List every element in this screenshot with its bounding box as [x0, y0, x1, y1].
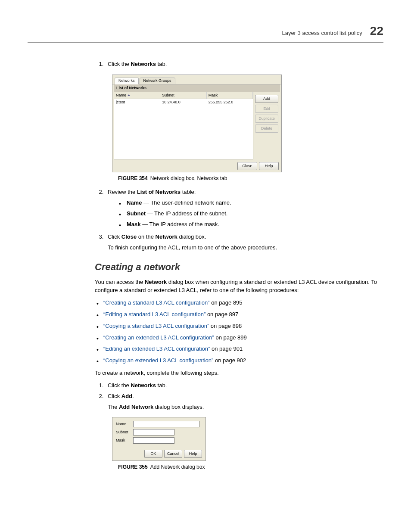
row-subnet: Subnet — [116, 429, 202, 436]
ok-button[interactable]: OK — [144, 450, 162, 458]
chapter-number: 22 — [370, 25, 383, 37]
step-3: Click Close on the Network dialog box. T… — [105, 233, 383, 252]
help-button[interactable]: Help — [259, 162, 279, 170]
delete-button: Delete — [255, 124, 278, 133]
link-item-5: “Copying an extended L3 ACL configuratio… — [95, 357, 383, 365]
sort-asc-icon — [128, 94, 130, 96]
figure-355-caption: FIGURE 355Add Network dialog box — [118, 464, 383, 471]
steps-create: Click the Networks tab. Click Add. The A… — [95, 382, 383, 411]
table-header: Name Subnet Mask — [114, 92, 253, 99]
running-title: Layer 3 access control list policy — [282, 30, 362, 36]
button-column: Add Edit Duplicate Delete — [253, 92, 280, 159]
figure-354: Networks Network Groups List of Networks… — [112, 75, 282, 172]
row-name: Name — [116, 421, 202, 427]
list-subhead: List of Networks — [114, 84, 280, 92]
step-2: Review the List of Networks table: Name … — [105, 188, 383, 228]
bullet-subnet: Subnet — The IP address of the subnet. — [119, 210, 383, 218]
network-dialog: Networks Network Groups List of Networks… — [112, 75, 282, 172]
mask-field[interactable] — [133, 437, 174, 444]
running-head: Layer 3 access control list policy 22 — [282, 25, 383, 37]
link-item-1: “Editing a standard L3 ACL configuration… — [95, 311, 383, 319]
col-subnet[interactable]: Subnet — [160, 92, 206, 99]
bullet-mask: Mask — The IP address of the mask. — [119, 221, 383, 229]
link-1[interactable]: “Editing a standard L3 ACL configuration… — [103, 311, 206, 317]
lead-2: To create a network, complete the follow… — [95, 369, 383, 377]
name-field[interactable] — [133, 421, 199, 427]
bullet-name: Name — The user-defined network name. — [119, 199, 383, 207]
subnet-field[interactable] — [133, 429, 174, 436]
help-button[interactable]: Help — [184, 450, 202, 458]
dialog-footer: Close Help — [112, 159, 281, 170]
label-name: Name — [116, 421, 131, 427]
label-mask: Mask — [116, 438, 131, 443]
tab-network-groups[interactable]: Network Groups — [140, 78, 175, 84]
link-3[interactable]: “Creating an extended L3 ACL configurati… — [103, 334, 214, 341]
create-step-2: Click Add. The Add Network dialog box di… — [105, 392, 383, 411]
edit-button: Edit — [255, 105, 278, 113]
steps-top-continued: Review the List of Networks table: Name … — [95, 188, 383, 252]
link-5[interactable]: “Copying an extended L3 ACL configuratio… — [103, 357, 213, 364]
table-row[interactable]: jctest 10.24.48.0 255.255.252.0 — [114, 99, 253, 106]
cell-subnet: 10.24.48.0 — [160, 99, 206, 106]
header-rule — [28, 42, 383, 43]
page: Layer 3 access control list policy 22 Cl… — [0, 0, 411, 532]
link-0[interactable]: “Creating a standard L3 ACL configuratio… — [103, 299, 210, 306]
link-item-2: “Copying a standard L3 ACL configuration… — [95, 322, 383, 330]
add-button[interactable]: Add — [255, 95, 278, 103]
create-step-1: Click the Networks tab. — [105, 382, 383, 390]
link-item-0: “Creating a standard L3 ACL configuratio… — [95, 299, 383, 307]
add-network-dialog: Name Subnet Mask OK Cancel Help — [112, 417, 206, 461]
figure-354-caption: FIGURE 354Network dialog box, Networks t… — [118, 175, 383, 182]
step-1: Click the Networks tab. — [105, 60, 383, 68]
steps-top: Click the Networks tab. — [95, 60, 383, 68]
link-item-4: “Editing an extended L3 ACL configuratio… — [95, 345, 383, 353]
section-heading: Creating a network — [95, 260, 383, 274]
close-button[interactable]: Close — [237, 162, 257, 170]
col-name[interactable]: Name — [114, 92, 160, 99]
add-dialog-footer: OK Cancel Help — [116, 450, 202, 458]
cell-name: jctest — [114, 99, 160, 106]
figure-355: Name Subnet Mask OK Cancel Help — [112, 417, 206, 461]
table-wrap: Name Subnet Mask jctest 10.24.48.0 255.2… — [114, 92, 280, 159]
cell-mask: 255.255.252.0 — [207, 99, 253, 106]
create-step-2-extra: The Add Network dialog box displays. — [108, 403, 383, 411]
step-3-extra: To finish configuring the ACL, return to… — [108, 244, 383, 252]
link-list: “Creating a standard L3 ACL configuratio… — [95, 299, 383, 365]
tab-networks[interactable]: Networks — [115, 78, 139, 84]
section-intro: You can access the Network dialog box wh… — [95, 278, 383, 295]
networks-table[interactable]: Name Subnet Mask jctest 10.24.48.0 255.2… — [114, 92, 253, 159]
link-item-3: “Creating an extended L3 ACL configurati… — [95, 334, 383, 342]
tabs-row: Networks Network Groups — [112, 75, 281, 84]
link-4[interactable]: “Editing an extended L3 ACL configuratio… — [103, 345, 210, 352]
step2-bullets: Name — The user-defined network name. Su… — [119, 199, 383, 229]
row-mask: Mask — [116, 437, 202, 444]
label-subnet: Subnet — [116, 429, 131, 435]
cancel-button[interactable]: Cancel — [164, 450, 182, 458]
col-mask[interactable]: Mask — [207, 92, 253, 99]
content: Click the Networks tab. Networks Network… — [95, 60, 383, 477]
duplicate-button: Duplicate — [255, 115, 278, 123]
link-2[interactable]: “Copying a standard L3 ACL configuration… — [103, 323, 209, 329]
